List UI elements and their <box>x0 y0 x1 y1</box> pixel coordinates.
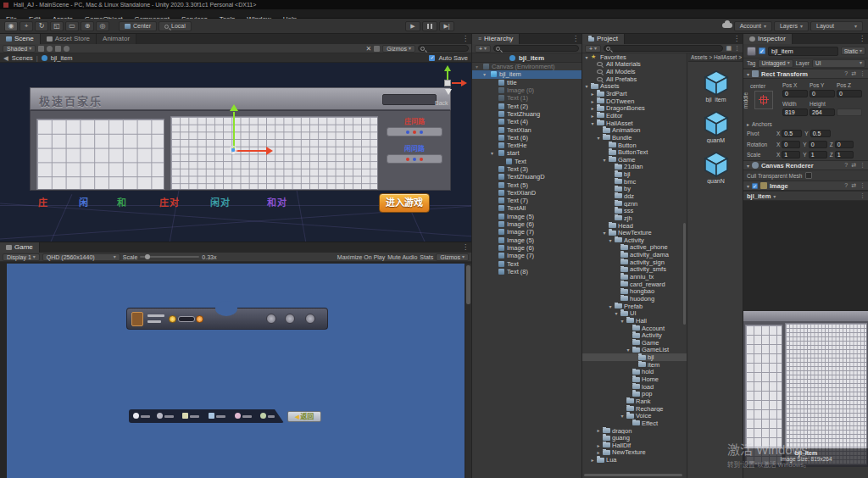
project-folder-zjh[interactable]: zjh <box>582 214 687 222</box>
asset-item[interactable]: quanM <box>688 111 743 143</box>
scene-viewport[interactable]: 极速百家乐 庄问路 闲问路 <box>0 63 471 242</box>
tag-dropdown[interactable]: Untagged▾ <box>758 59 793 68</box>
project-folder-buttontext[interactable]: ButtonText <box>582 148 687 156</box>
expand-arrow-icon[interactable]: ▸ <box>596 427 601 433</box>
help-icon[interactable]: ? <box>844 182 848 189</box>
rect-tool-icon[interactable]: ▭ <box>65 21 79 31</box>
static-dropdown[interactable]: Static▾ <box>841 47 865 55</box>
lighting-toggle-icon[interactable] <box>47 46 53 52</box>
project-folder-editor[interactable]: ▸Editor <box>582 112 687 119</box>
layers-dropdown[interactable]: Layers▾ <box>774 21 809 31</box>
canvas-renderer-header[interactable]: ▾ Canvas Renderer ?⇄⋮ <box>743 160 868 170</box>
expand-arrow-icon[interactable]: ▾ <box>608 237 613 243</box>
back-chevron-icon[interactable]: ◀ <box>3 54 8 62</box>
project-folder-by[interactable]: by <box>582 186 687 193</box>
hierarchy-item-canvas-environment[interactable]: ▾Canvas (Environment) <box>472 63 581 70</box>
pos-x-field[interactable]: 0 <box>782 90 808 97</box>
camera-icon[interactable] <box>374 46 380 52</box>
hierarchy-item-textzhuang[interactable]: TextZhuang <box>472 110 581 118</box>
back-button[interactable]: ◀返回 <box>287 411 321 422</box>
project-folder-3rdpart[interactable]: ▸3rdPart <box>582 90 687 97</box>
expand-arrow-icon[interactable]: ▾ <box>483 71 488 77</box>
project-folder-game[interactable]: ▾Game <box>582 156 687 164</box>
pos-y-field[interactable]: 0 <box>810 90 835 97</box>
project-folder-activity[interactable]: Activity <box>582 331 687 339</box>
inspector-menu-icon[interactable]: ⋮ <box>859 35 865 42</box>
expand-arrow-icon[interactable]: ▾ <box>626 347 631 353</box>
blueprint-toggle[interactable] <box>837 108 862 116</box>
preview-menu-icon[interactable]: ⋮ <box>860 192 865 199</box>
space-toggle-button[interactable]: Local <box>159 21 192 31</box>
hand-tool-icon[interactable]: ◉ <box>4 21 18 31</box>
expand-arrow-icon[interactable]: ▾ <box>584 54 589 60</box>
project-folder-dragonbones[interactable]: ▸DragonBones <box>582 104 687 112</box>
hierarchy-item-image-5[interactable]: Image (5) <box>472 236 581 244</box>
project-search-input[interactable] <box>604 45 723 52</box>
asset-item[interactable]: bjl_item <box>688 70 743 103</box>
audio-toggle-icon[interactable] <box>55 46 61 52</box>
expand-arrow-icon[interactable]: ▸ <box>590 91 595 97</box>
pivot-y-field[interactable]: 0.5 <box>810 130 831 137</box>
project-folder-all-materials[interactable]: All Materials <box>582 61 687 69</box>
anchors-foldout[interactable]: ▸ Anchors <box>747 121 772 127</box>
hud-icon-2[interactable] <box>285 314 295 324</box>
pivot-x-field[interactable]: 0.5 <box>782 130 802 137</box>
expand-arrow-icon[interactable]: ▾ <box>614 310 619 316</box>
project-folder-voice[interactable]: ▾Voice <box>582 412 687 420</box>
scale-tool-icon[interactable]: ◱ <box>50 21 64 31</box>
rotate-tool-icon[interactable]: ↻ <box>35 21 48 31</box>
hierarchy-item-text-6[interactable]: Text (6) <box>472 134 581 142</box>
expand-arrow-icon[interactable]: ▾ <box>491 150 496 156</box>
add-coins-button[interactable] <box>196 315 203 323</box>
presets-icon[interactable]: ⇄ <box>851 162 856 169</box>
scene-search-input[interactable] <box>418 45 469 52</box>
project-folder-activity-dama[interactable]: activity_dama <box>582 251 687 258</box>
hierarchy-item-textall[interactable]: TextAll <box>472 204 581 212</box>
project-folder-ui[interactable]: ▾UI <box>582 309 687 317</box>
expand-arrow-icon[interactable]: ▾ <box>590 120 595 126</box>
help-icon[interactable]: ? <box>844 70 848 77</box>
project-folder-newtexture[interactable]: ▸NewTexture <box>582 449 687 457</box>
help-icon[interactable]: ? <box>844 162 848 169</box>
project-folder-all-prefabs[interactable]: All Prefabs <box>582 75 687 83</box>
stats-toggle[interactable]: Stats <box>420 254 433 260</box>
enter-game-button[interactable]: 进入游戏 <box>379 193 430 213</box>
breadcrumb-scenes[interactable]: Scenes <box>12 54 33 62</box>
hierarchy-item-text-1[interactable]: Text (1) <box>472 94 581 102</box>
hud-icon-1[interactable] <box>266 314 276 324</box>
tab-hierarchy[interactable]: ≡ Hierarchy <box>472 34 520 44</box>
tab-animator[interactable]: Animator <box>97 34 136 44</box>
project-folder-gamelist[interactable]: ▾GameList <box>582 347 687 354</box>
component-menu-icon[interactable]: ⋮ <box>860 182 865 189</box>
component-menu-icon[interactable]: ⋮ <box>860 162 865 169</box>
hierarchy-item-text[interactable]: Text <box>472 158 581 165</box>
auto-save-checkbox[interactable]: ✓ <box>429 55 435 61</box>
axis-gizmo-cube[interactable] <box>444 80 451 86</box>
player-avatar[interactable] <box>131 312 143 326</box>
project-folder-favorites[interactable]: ▾★Favorites <box>582 53 687 61</box>
game-gizmos-dropdown[interactable]: Gizmos▾ <box>436 253 469 261</box>
bottom-icon-6[interactable] <box>260 413 266 419</box>
expand-arrow-icon[interactable]: ▸ <box>590 113 595 119</box>
effects-toggle-icon[interactable] <box>64 46 70 52</box>
hierarchy-item-textxian[interactable]: TextXian <box>472 125 581 133</box>
expand-arrow-icon[interactable]: ▾ <box>596 135 601 141</box>
active-checkbox[interactable]: ✓ <box>759 47 765 54</box>
project-folder-activity-sign[interactable]: activity_sign <box>582 258 687 266</box>
gizmo-center-handle[interactable] <box>231 148 235 152</box>
width-field[interactable]: 819 <box>782 108 808 116</box>
hierarchy-add-button[interactable]: +▾ <box>475 45 491 53</box>
expand-arrow-icon[interactable]: ▾ <box>620 413 625 419</box>
expand-arrow-icon[interactable]: ▸ <box>590 98 595 104</box>
tab-game[interactable]: Game <box>0 242 40 253</box>
lock-icon[interactable]: ⋮ <box>734 45 740 52</box>
project-folder-sss[interactable]: sss <box>582 207 687 214</box>
rotation-y-field[interactable]: 0 <box>809 141 827 148</box>
project-folder-bundle[interactable]: ▾Bundle <box>582 134 687 142</box>
rotation-z-field[interactable]: 0 <box>835 141 854 148</box>
gizmos-dropdown[interactable]: Gizmos▾ <box>382 45 415 53</box>
bottom-icon-5[interactable] <box>235 413 241 419</box>
project-folder-bmc[interactable]: bmc <box>582 178 687 186</box>
layout-dropdown[interactable]: Layout▾ <box>810 21 863 31</box>
expand-arrow-icon[interactable]: ▸ <box>590 105 595 111</box>
